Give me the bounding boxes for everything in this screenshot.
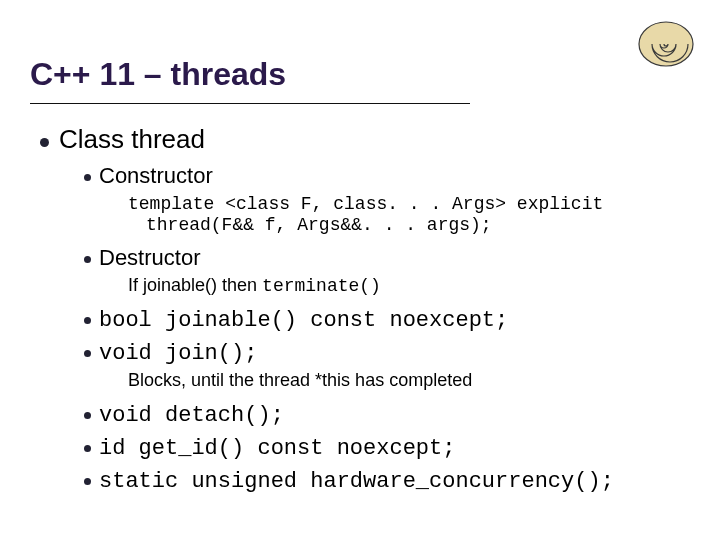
spiral-shell-icon — [636, 14, 696, 74]
content-outline: Class thread Constructor template <class… — [28, 124, 692, 494]
bullet-icon — [84, 350, 91, 357]
item-constructor-signature: template <class F, class. . . Args> expl… — [128, 193, 692, 235]
text: Constructor — [99, 163, 213, 188]
text: If joinable() then — [128, 275, 262, 295]
slide-title: C++ 11 – threads — [30, 56, 692, 93]
bullet-icon — [84, 412, 91, 419]
bullet-icon — [84, 478, 91, 485]
text: Blocks, until the thread *this has compl… — [128, 370, 472, 390]
item-destructor: Destructor — [84, 245, 692, 271]
bullet-icon — [84, 256, 91, 263]
code-text: bool joinable() const noexcept; — [99, 308, 508, 333]
svg-point-0 — [639, 22, 693, 66]
code-text: void detach(); — [99, 403, 284, 428]
code-text: template <class F, class. . . Args> expl… — [128, 194, 603, 235]
title-divider — [30, 103, 470, 104]
item-constructor: Constructor — [84, 163, 692, 189]
text: Destructor — [99, 245, 200, 270]
code-text: id get_id() const noexcept; — [99, 436, 455, 461]
item-join-note: Blocks, until the thread *this has compl… — [128, 370, 692, 391]
item-joinable: bool joinable() const noexcept; — [84, 306, 692, 333]
bullet-icon — [40, 138, 49, 147]
item-destructor-note: If joinable() then terminate() — [128, 275, 692, 296]
code-text: static unsigned hardware_concurrency(); — [99, 469, 614, 494]
item-join: void join(); — [84, 339, 692, 366]
bullet-icon — [84, 174, 91, 181]
slide: C++ 11 – threads Class thread Constructo… — [0, 0, 720, 540]
item-hardware-concurrency: static unsigned hardware_concurrency(); — [84, 467, 692, 494]
text: Class thread — [59, 124, 205, 154]
code-text: terminate() — [262, 276, 381, 296]
code-text: void join(); — [99, 341, 257, 366]
bullet-icon — [84, 445, 91, 452]
item-get-id: id get_id() const noexcept; — [84, 434, 692, 461]
bullet-icon — [84, 317, 91, 324]
item-class-thread: Class thread — [40, 124, 692, 155]
item-detach: void detach(); — [84, 401, 692, 428]
